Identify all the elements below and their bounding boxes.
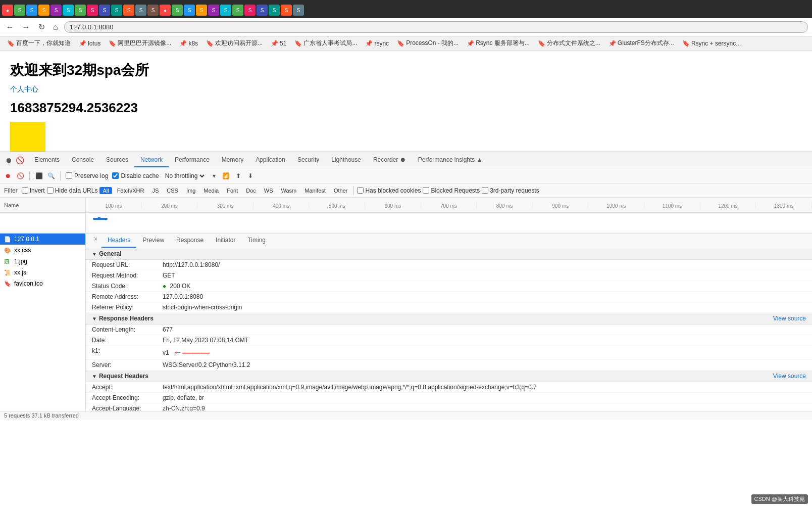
has-blocked-label[interactable]: Has blocked cookies (357, 187, 421, 194)
file-item-jpg[interactable]: 🖼 1.jpg (0, 256, 85, 267)
detail-close-button[interactable]: × (90, 234, 102, 248)
filter-fetch-button[interactable]: Fetch/XHR (114, 187, 147, 194)
tab-favicon-12[interactable]: S (147, 5, 159, 16)
filter-wasm-button[interactable]: Wasm (278, 187, 300, 194)
tab-performance-insights[interactable]: Performance insights ▲ (412, 153, 489, 167)
tab-elements[interactable]: Elements (28, 153, 66, 167)
request-section-header[interactable]: ▼ Request Headers View source (86, 371, 812, 382)
tab-favicon-15[interactable]: S (184, 5, 195, 16)
tab-favicon-24[interactable]: S (293, 5, 304, 16)
tab-favicon-5[interactable]: S (63, 5, 74, 16)
bookmark-lotus[interactable]: 📌 lotus (76, 39, 104, 48)
back-button[interactable]: ← (4, 22, 16, 33)
response-view-source-link[interactable]: View source (773, 315, 806, 322)
tab-application[interactable]: Application (249, 153, 291, 167)
tab-favicon-13[interactable]: ● (160, 5, 171, 16)
clear-icon[interactable]: 🚫 (16, 172, 24, 180)
search-icon[interactable]: 🔍 (47, 172, 55, 180)
hide-data-label[interactable]: Hide data URLs (47, 187, 98, 194)
detail-tab-timing[interactable]: Timing (241, 234, 272, 248)
tab-security[interactable]: Security (291, 153, 325, 167)
bookmark-processon[interactable]: 🔖 ProcessOn - 我的... (394, 38, 462, 49)
filter-img-button[interactable]: Img (183, 187, 198, 194)
filter-js-button[interactable]: JS (149, 187, 162, 194)
filter-css-button[interactable]: CSS (164, 187, 181, 194)
tab-favicon-19[interactable]: S (232, 5, 243, 16)
tab-performance[interactable]: Performance (169, 153, 216, 167)
hide-data-checkbox[interactable] (47, 187, 54, 194)
disable-cache-label[interactable]: Disable cache (112, 172, 159, 179)
filter-all-button[interactable]: All (99, 187, 112, 194)
detail-tab-preview[interactable]: Preview (136, 234, 170, 248)
filter-ws-button[interactable]: WS (261, 187, 276, 194)
tab-favicon-6[interactable]: S (75, 5, 86, 16)
bookmark-baidu[interactable]: 🔖 百度一下，你就知道 (4, 38, 74, 49)
response-section-header[interactable]: ▼ Response Headers View source (86, 313, 812, 325)
tab-lighthouse[interactable]: Lighthouse (325, 153, 367, 167)
preserve-log-label[interactable]: Preserve log (66, 172, 108, 179)
tab-network[interactable]: Network (134, 153, 169, 167)
bookmark-alibaba[interactable]: 🔖 阿里巴巴开源镜像... (106, 38, 174, 49)
bookmark-51[interactable]: 📌 51 (268, 39, 289, 48)
devtools-clear-icon[interactable]: 🚫 (15, 156, 24, 165)
personal-center-link[interactable]: 个人中心 (10, 85, 802, 94)
tab-favicon-8[interactable]: S (99, 5, 110, 16)
filter-other-button[interactable]: Other (331, 187, 351, 194)
file-item-js[interactable]: 📜 xx.js (0, 267, 85, 278)
bookmark-guangdong[interactable]: 🔖 广东省人事考试局... (291, 38, 360, 49)
bookmark-rsync[interactable]: 📌 rsync (362, 39, 392, 48)
third-party-checkbox[interactable] (482, 187, 488, 194)
tab-favicon-0[interactable]: ● (2, 5, 13, 16)
tab-favicon-4[interactable]: S (50, 5, 62, 16)
import-icon[interactable]: ⬆ (234, 172, 242, 180)
bookmark-yikaiyuan[interactable]: 🔖 欢迎访问易开源... (203, 38, 266, 49)
tab-favicon-16[interactable]: S (196, 5, 207, 16)
blocked-requests-checkbox[interactable] (423, 187, 429, 194)
tab-favicon-20[interactable]: S (244, 5, 256, 16)
tab-recorder[interactable]: Recorder ⏺ (367, 153, 412, 167)
disable-cache-checkbox[interactable] (112, 172, 119, 179)
forward-button[interactable]: → (20, 22, 32, 33)
tab-favicon-11[interactable]: S (135, 5, 146, 16)
tab-favicon-7[interactable]: S (87, 5, 98, 16)
tab-favicon-10[interactable]: S (123, 5, 134, 16)
filter-manifest-button[interactable]: Manifest (301, 187, 329, 194)
invert-filter-label[interactable]: Invert (22, 187, 45, 194)
tab-favicon-22[interactable]: S (269, 5, 280, 16)
throttle-arrow[interactable]: ▾ (210, 172, 218, 180)
tab-favicon-2[interactable]: S (26, 5, 37, 16)
tab-favicon-18[interactable]: S (220, 5, 231, 16)
tab-favicon-9[interactable]: S (111, 5, 122, 16)
general-section-header[interactable]: ▼ General (86, 248, 812, 260)
file-item-favicon[interactable]: 🔖 favicon.ico (0, 278, 85, 289)
bookmark-distributed[interactable]: 🔖 分布式文件系统之... (535, 38, 603, 49)
record-icon[interactable]: ⏺ (4, 172, 12, 180)
file-item-127[interactable]: 📄 127.0.0.1 (0, 234, 85, 245)
export-icon[interactable]: ⬇ (246, 172, 255, 180)
tab-favicon-14[interactable]: S (172, 5, 183, 16)
request-view-source-link[interactable]: View source (773, 373, 806, 380)
bookmark-rsync2[interactable]: 📌 Rsync 服务部署与... (464, 38, 533, 49)
blocked-requests-label[interactable]: Blocked Requests (423, 187, 480, 194)
reload-button[interactable]: ↻ (36, 21, 47, 33)
home-button[interactable]: ⌂ (51, 22, 60, 33)
tab-memory[interactable]: Memory (216, 153, 249, 167)
detail-tab-initiator[interactable]: Initiator (210, 234, 241, 248)
devtools-record-icon[interactable]: ⏺ (4, 156, 13, 165)
file-item-css[interactable]: 🎨 xx.css (0, 245, 85, 256)
tab-favicon-21[interactable]: S (257, 5, 268, 16)
network-conditions-icon[interactable]: 📶 (222, 172, 230, 180)
has-blocked-checkbox[interactable] (357, 187, 364, 194)
filter-icon[interactable]: ⬛ (35, 172, 43, 180)
detail-tab-headers[interactable]: Headers (102, 234, 136, 248)
tab-favicon-3[interactable]: S (38, 5, 49, 16)
filter-font-button[interactable]: Font (224, 187, 241, 194)
detail-tab-response[interactable]: Response (170, 234, 210, 248)
filter-media-button[interactable]: Media (200, 187, 222, 194)
tab-favicon-23[interactable]: S (281, 5, 292, 16)
bookmark-glusterfs[interactable]: 📌 GlusterFS分布式存... (605, 38, 677, 49)
preserve-log-checkbox[interactable] (66, 172, 72, 179)
third-party-label[interactable]: 3rd-party requests (482, 187, 539, 194)
tab-sources[interactable]: Sources (100, 153, 134, 167)
invert-checkbox[interactable] (22, 187, 28, 194)
